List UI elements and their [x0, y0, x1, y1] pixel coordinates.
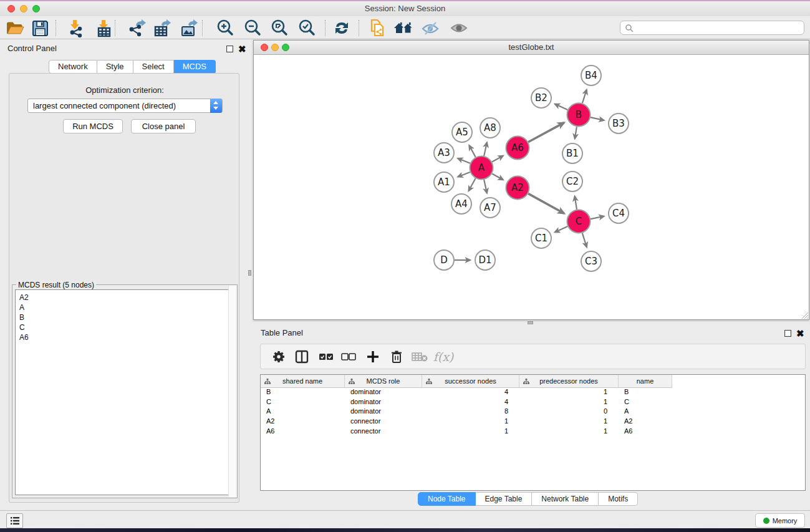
table-cell[interactable]: 4	[422, 398, 519, 408]
table-row[interactable]: Cdominator41C	[261, 398, 805, 408]
edge-A-A3[interactable]	[458, 158, 470, 163]
copy-network-icon[interactable]	[367, 18, 388, 38]
table-cell[interactable]: connector	[345, 427, 422, 437]
horizontal-splitter-handle[interactable]	[528, 321, 533, 324]
tab-node-table[interactable]: Node Table	[418, 492, 476, 506]
edge-B-B2[interactable]	[555, 104, 567, 110]
export-image-icon[interactable]	[179, 18, 200, 38]
show-eye-icon[interactable]	[448, 18, 470, 38]
edge-A-A4[interactable]	[469, 178, 476, 191]
save-session-icon[interactable]	[29, 18, 51, 38]
mcds-result-item[interactable]: C	[19, 322, 234, 332]
column-header-shared-name[interactable]: shared name	[261, 375, 345, 388]
edge-B-B1[interactable]	[575, 127, 577, 138]
table-cell[interactable]: A	[261, 407, 345, 417]
network-window-titlebar[interactable]: testGlobe.txt	[254, 41, 809, 55]
open-session-icon[interactable]	[4, 18, 26, 38]
close-panel-icon[interactable]: ✖	[238, 46, 246, 52]
table-row[interactable]: A2connector11A2	[261, 417, 805, 427]
add-column-icon[interactable]	[362, 347, 383, 367]
edge-A2-C[interactable]	[528, 193, 564, 213]
tab-style[interactable]: Style	[97, 60, 133, 74]
window-resize-grip[interactable]	[801, 311, 808, 319]
show-column-icon[interactable]	[291, 347, 312, 367]
mcds-result-list[interactable]: A2ABCA6	[15, 289, 234, 495]
table-cell[interactable]: 0	[519, 407, 619, 417]
zoom-network-window-button[interactable]	[282, 44, 289, 51]
minimize-window-button[interactable]	[20, 5, 27, 12]
table-cell[interactable]: 1	[422, 427, 519, 437]
table-cell[interactable]: C	[261, 398, 345, 408]
zoom-selected-icon[interactable]	[296, 18, 317, 38]
close-network-window-button[interactable]	[261, 44, 268, 51]
table-cell[interactable]: 4	[422, 388, 519, 398]
zoom-fit-icon[interactable]	[269, 18, 290, 38]
close-table-panel-icon[interactable]: ✖	[796, 330, 804, 337]
table-cell[interactable]: 1	[519, 388, 619, 398]
float-table-panel-icon[interactable]	[784, 330, 791, 337]
column-header-name[interactable]: name	[619, 375, 672, 388]
close-panel-button[interactable]: Close panel	[131, 119, 196, 133]
tab-network-table[interactable]: Network Table	[532, 492, 599, 506]
mcds-result-item[interactable]: A6	[19, 332, 234, 342]
vertical-splitter-handle[interactable]	[248, 270, 251, 276]
edge-B-B4[interactable]	[582, 90, 587, 104]
mcds-result-item[interactable]: A2	[19, 293, 234, 302]
edge-C-C1[interactable]	[555, 226, 567, 232]
close-window-button[interactable]	[7, 5, 15, 12]
import-table-icon[interactable]	[94, 18, 115, 38]
node-table-body[interactable]: Bdominator41BCdominator41CAdominator80AA…	[261, 388, 805, 490]
table-settings-gear-icon[interactable]	[268, 347, 289, 367]
search-input[interactable]	[620, 21, 804, 35]
column-header-predecessor-nodes[interactable]: predecessor nodes	[519, 375, 619, 388]
edge-C-C2[interactable]	[575, 196, 577, 210]
table-cell[interactable]: B	[619, 388, 672, 398]
home-networks-icon[interactable]	[393, 18, 414, 38]
table-cell[interactable]: 1	[422, 417, 519, 427]
table-cell[interactable]: dominator	[345, 407, 422, 417]
table-cell[interactable]: A2	[619, 417, 672, 427]
tab-edge-table[interactable]: Edge Table	[476, 492, 533, 506]
export-table-icon[interactable]	[152, 18, 173, 38]
table-cell[interactable]: dominator	[345, 398, 422, 408]
edge-C-C4[interactable]	[591, 216, 604, 219]
edge-A-A5[interactable]	[469, 145, 475, 157]
deselect-all-icon[interactable]	[338, 347, 359, 367]
table-row[interactable]: Bdominator41B	[261, 388, 805, 398]
edge-A6-B[interactable]	[528, 123, 564, 142]
table-cell[interactable]: A	[619, 407, 672, 417]
status-list-button[interactable]	[6, 513, 23, 528]
import-network-icon[interactable]	[65, 18, 86, 38]
tab-network[interactable]: Network	[49, 60, 97, 74]
edge-B-B3[interactable]	[591, 117, 604, 120]
zoom-window-button[interactable]	[32, 5, 40, 12]
run-mcds-button[interactable]: Run MCDS	[63, 119, 123, 133]
delete-table-icon[interactable]	[409, 347, 430, 367]
table-cell[interactable]: A2	[261, 417, 345, 427]
node-table-header[interactable]: shared nameMCDS rolesuccessor nodesprede…	[261, 375, 805, 388]
edge-A-A7[interactable]	[484, 180, 487, 193]
table-row[interactable]: A6connector11A6	[261, 427, 805, 437]
table-cell[interactable]: A6	[619, 427, 672, 437]
optimization-criterion-select[interactable]: largest connected component (directed)	[27, 99, 223, 113]
export-network-icon[interactable]	[126, 18, 147, 38]
hide-eye-icon[interactable]	[420, 18, 441, 38]
zoom-out-icon[interactable]	[242, 18, 263, 38]
float-panel-icon[interactable]	[226, 46, 233, 52]
tab-motifs[interactable]: Motifs	[599, 492, 638, 506]
table-cell[interactable]: B	[261, 388, 345, 398]
edge-A-A1[interactable]	[458, 172, 470, 177]
minimize-network-window-button[interactable]	[271, 44, 279, 51]
function-builder-icon[interactable]: f(x)	[433, 347, 454, 367]
table-cell[interactable]: C	[619, 398, 672, 408]
column-header-successor-nodes[interactable]: successor nodes	[422, 375, 519, 388]
edge-C-C3[interactable]	[582, 233, 587, 247]
table-cell[interactable]: connector	[345, 417, 422, 427]
tab-select[interactable]: Select	[133, 60, 174, 74]
mcds-result-item[interactable]: B	[19, 312, 234, 322]
column-header-MCDS-role[interactable]: MCDS role	[345, 375, 422, 388]
edge-A-A8[interactable]	[484, 142, 487, 156]
select-all-icon[interactable]	[316, 347, 337, 367]
refresh-icon[interactable]	[331, 18, 352, 38]
table-cell[interactable]: dominator	[345, 388, 422, 398]
